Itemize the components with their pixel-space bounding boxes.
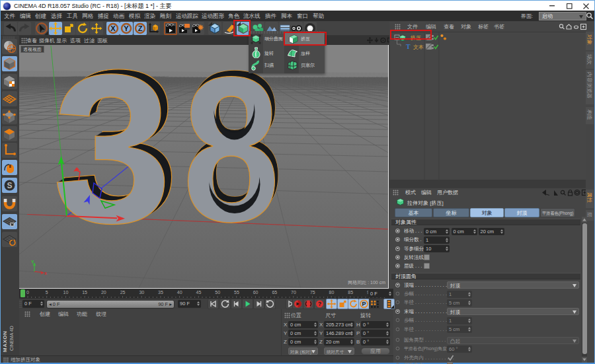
- svg-text:Y: Y: [31, 260, 34, 264]
- svg-text:85: 85: [348, 290, 353, 295]
- svg-text:10: 10: [63, 290, 69, 295]
- svg-text:5: 5: [46, 290, 48, 295]
- svg-text:P: P: [362, 301, 366, 307]
- svg-text:Y: Y: [124, 24, 129, 32]
- svg-text:35: 35: [158, 290, 163, 295]
- svg-text:25: 25: [120, 290, 126, 295]
- svg-text:75: 75: [310, 290, 315, 295]
- svg-text:45: 45: [196, 290, 202, 295]
- svg-text:40: 40: [177, 290, 182, 295]
- svg-text:0: 0: [26, 290, 29, 295]
- svg-text:T: T: [406, 43, 411, 50]
- svg-text:x: x: [44, 271, 47, 275]
- svg-text:15: 15: [82, 290, 87, 295]
- svg-text:80: 80: [329, 290, 335, 295]
- svg-text:30: 30: [139, 290, 144, 295]
- svg-text:60: 60: [253, 290, 258, 295]
- svg-text:50: 50: [215, 290, 220, 295]
- svg-text:S: S: [7, 181, 12, 190]
- svg-text:65: 65: [272, 290, 277, 295]
- svg-text:?: ?: [318, 301, 321, 307]
- svg-text:55: 55: [234, 290, 239, 295]
- svg-text:20: 20: [101, 290, 106, 295]
- svg-text:70: 70: [291, 290, 296, 295]
- svg-text:X: X: [110, 24, 116, 32]
- svg-text:Z: Z: [138, 24, 142, 32]
